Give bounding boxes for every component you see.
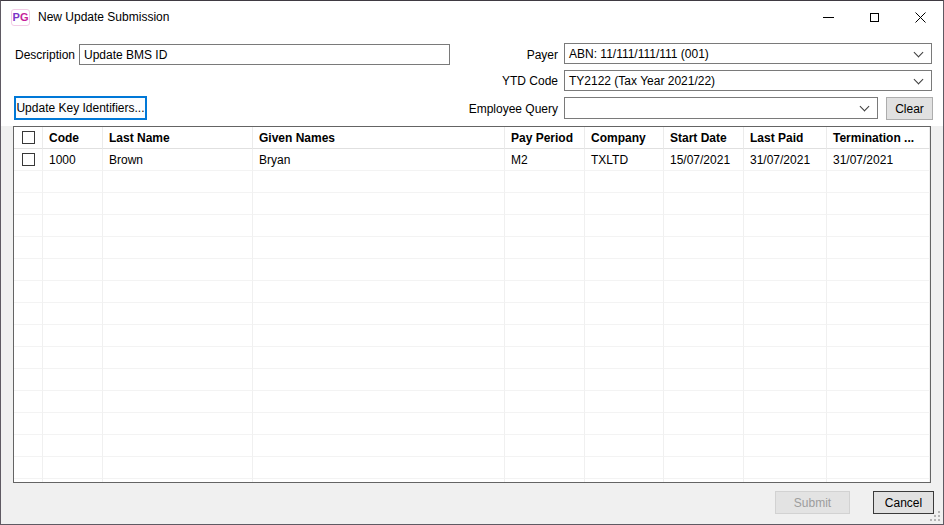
titlebar[interactable]: P G New Update Submission (1, 1, 943, 33)
cell-given-names: Bryan (253, 149, 505, 171)
window-controls (805, 1, 943, 33)
empty-row (14, 479, 930, 483)
column-header-last-name[interactable]: Last Name (103, 127, 253, 149)
empty-row (14, 413, 930, 435)
description-label: Description (15, 45, 75, 65)
empty-row (14, 325, 930, 347)
cell-termination: 31/07/2021 (827, 149, 930, 171)
row-checkbox[interactable] (22, 153, 35, 166)
cell-last-name: Brown (103, 149, 253, 171)
empty-rows-container (14, 171, 930, 483)
payer-selected-value: ABN: 11/111/111/111 (001) (569, 47, 709, 61)
select-all-cell[interactable] (14, 127, 43, 149)
column-header-last-paid[interactable]: Last Paid (744, 127, 827, 149)
cell-company: TXLTD (585, 149, 664, 171)
update-key-identifiers-button[interactable]: Update Key Identifiers... (14, 96, 147, 120)
empty-row (14, 391, 930, 413)
close-icon (915, 12, 926, 23)
resize-grip[interactable] (930, 511, 940, 521)
cell-code: 1000 (43, 149, 103, 171)
empty-row (14, 237, 930, 259)
row-select-cell[interactable] (14, 149, 43, 171)
empty-row (14, 215, 930, 237)
empty-row (14, 281, 930, 303)
app-logo-icon: P G (11, 9, 30, 26)
employee-query-dropdown[interactable] (564, 97, 878, 119)
chevron-down-icon (914, 74, 924, 84)
clear-button[interactable]: Clear (886, 97, 933, 120)
chevron-down-icon (860, 102, 870, 112)
empty-row (14, 303, 930, 325)
empty-row (14, 369, 930, 391)
new-update-submission-window: P G New Update Submission Description Pa… (0, 0, 944, 525)
logo-letter-g: G (20, 12, 29, 23)
select-all-checkbox[interactable] (22, 131, 35, 144)
payer-dropdown[interactable]: ABN: 11/111/111/111 (001) (564, 43, 932, 64)
empty-row (14, 457, 930, 479)
ytd-code-selected-value: TY2122 (Tax Year 2021/22) (569, 74, 715, 88)
column-header-termination[interactable]: Termination ... (827, 127, 930, 149)
empty-row (14, 193, 930, 215)
empty-row (14, 435, 930, 457)
employee-grid: Code Last Name Given Names Pay Period Co… (13, 126, 931, 483)
maximize-button[interactable] (851, 1, 897, 33)
grid-header-row: Code Last Name Given Names Pay Period Co… (14, 127, 930, 149)
minimize-button[interactable] (805, 1, 851, 33)
logo-letter-p: P (13, 12, 20, 23)
table-row[interactable]: 1000 Brown Bryan M2 TXLTD 15/07/2021 31/… (14, 149, 930, 171)
maximize-icon (870, 13, 879, 22)
employee-query-label: Employee Query (441, 99, 558, 119)
ytd-code-dropdown[interactable]: TY2122 (Tax Year 2021/22) (564, 70, 932, 91)
description-input[interactable] (79, 44, 450, 65)
cell-last-paid: 31/07/2021 (744, 149, 827, 171)
empty-row (14, 171, 930, 193)
ytd-code-label: YTD Code (471, 71, 558, 91)
cancel-button[interactable]: Cancel (873, 491, 934, 514)
close-button[interactable] (897, 1, 943, 33)
column-header-company[interactable]: Company (585, 127, 664, 149)
chevron-down-icon (914, 47, 924, 57)
empty-row (14, 347, 930, 369)
column-header-given-names[interactable]: Given Names (253, 127, 505, 149)
payer-label: Payer (471, 45, 558, 65)
window-title: New Update Submission (38, 10, 169, 24)
cell-start-date: 15/07/2021 (664, 149, 744, 171)
submit-button[interactable]: Submit (775, 491, 850, 514)
cell-pay-period: M2 (505, 149, 585, 171)
column-header-start-date[interactable]: Start Date (664, 127, 744, 149)
column-header-code[interactable]: Code (43, 127, 103, 149)
grid-zone: Code Last Name Given Names Pay Period Co… (1, 126, 943, 524)
empty-row (14, 259, 930, 281)
minimize-icon (823, 17, 834, 18)
column-header-pay-period[interactable]: Pay Period (505, 127, 585, 149)
